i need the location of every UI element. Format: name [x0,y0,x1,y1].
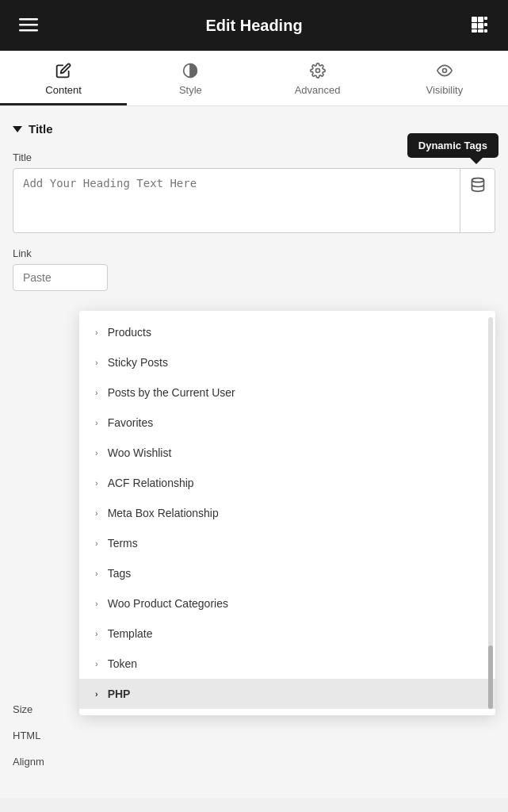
grid-button[interactable] [467,12,492,40]
dropdown-item-label: Products [108,326,151,339]
tab-visibility-label: Visibility [426,84,464,96]
svg-rect-11 [484,29,487,33]
svg-rect-3 [472,17,477,22]
dropdown-item-label: Template [108,627,153,640]
dropdown-item-tags[interactable]: › Tags [79,558,495,588]
svg-rect-4 [478,17,483,22]
chevron-icon: › [95,358,98,367]
dropdown-item-label: Favorites [108,416,154,429]
dropdown-item-label: Woo Product Categories [108,597,228,610]
dropdown-item-label: Terms [108,537,138,550]
dropdown-item-posts-current-user[interactable]: › Posts by the Current User [79,377,495,408]
chevron-icon: › [95,448,98,458]
html-field-row: HTML [13,730,495,741]
tab-advanced-label: Advanced [295,84,341,96]
chevron-icon: › [95,478,98,488]
dropdown-item-label: Sticky Posts [108,356,168,369]
svg-rect-10 [478,29,483,33]
title-input-wrapper [13,168,495,233]
svg-rect-7 [478,23,483,29]
dropdown-item-label: Posts by the Current User [108,386,235,399]
scrollbar-track [488,317,493,709]
section-title-text: Title [29,122,53,136]
alignment-label: Alignm [13,756,495,768]
chevron-icon: › [95,388,98,397]
tab-visibility[interactable]: Visibility [381,51,508,105]
scrollbar-thumb[interactable] [488,645,493,709]
dropdown-item-favorites[interactable]: › Favorites [79,408,495,438]
dropdown-item-label: Token [108,657,137,670]
svg-point-14 [442,69,446,73]
link-input[interactable] [13,264,108,291]
svg-rect-2 [19,29,38,32]
dropdown-item-terms[interactable]: › Terms [79,528,495,558]
collapse-icon [13,126,22,132]
dropdown-item-products[interactable]: › Products [79,317,495,347]
svg-rect-8 [484,23,487,26]
main-content: Title Title Dynamic Tags Link [0,106,508,798]
tab-bar: Content Style Advanced Visibility [0,51,508,106]
chevron-icon: › [95,599,98,608]
svg-rect-5 [484,17,487,20]
dropdown-item-woo-wishlist[interactable]: › Woo Wishlist [79,438,495,468]
svg-rect-9 [472,29,477,33]
link-label: Link [13,247,495,259]
dropdown-item-sticky-posts[interactable]: › Sticky Posts [79,347,495,377]
svg-rect-0 [19,18,38,21]
tab-advanced[interactable]: Advanced [254,51,381,105]
dropdown-item-label: Tags [108,567,132,580]
title-input[interactable] [13,169,460,232]
dropdown-item-label: ACF Relationship [108,477,194,489]
svg-rect-6 [472,23,477,29]
page-title: Edit Heading [205,17,302,35]
chevron-icon: › [95,629,98,638]
dropdown-item-label: PHP [108,688,131,700]
chevron-icon: › [95,508,98,518]
link-field-row: Link [13,247,495,291]
dropdown-list: › Products › Sticky Posts › Posts by the… [79,311,495,715]
pencil-icon [55,62,72,79]
chevron-icon: › [95,418,98,427]
html-label: HTML [13,730,495,741]
dropdown-item-label: Meta Box Relationship [108,507,219,519]
chevron-icon: › [95,689,98,699]
dropdown-item-acf-relationship[interactable]: › ACF Relationship [79,468,495,498]
style-icon [181,62,199,79]
tab-content[interactable]: Content [0,51,127,105]
svg-point-13 [315,69,319,73]
dynamic-tags-tooltip: Dynamic Tags [407,133,498,158]
chevron-icon: › [95,659,98,668]
tab-content-label: Content [45,84,82,96]
chevron-icon: › [95,327,98,337]
dropdown-item-php[interactable]: › PHP [79,679,495,709]
dropdown-item-template[interactable]: › Template [79,619,495,649]
title-field-row: Title Dynamic Tags [13,151,495,233]
gear-icon [309,62,327,79]
menu-button[interactable] [16,12,41,40]
chevron-icon: › [95,569,98,578]
alignment-field-row: Alignm [13,756,495,768]
tab-style[interactable]: Style [127,51,254,105]
eye-icon [436,62,453,79]
dynamic-tags-button[interactable] [460,169,495,232]
dropdown-item-token[interactable]: › Token [79,649,495,679]
chevron-icon: › [95,538,98,548]
dropdown-item-meta-box-relationship[interactable]: › Meta Box Relationship [79,498,495,528]
dropdown-item-woo-product-categories[interactable]: › Woo Product Categories [79,588,495,619]
app-header: Edit Heading [0,0,508,51]
svg-rect-1 [19,24,38,26]
svg-point-15 [472,178,483,182]
dropdown-overlay: › Products › Sticky Posts › Posts by the… [79,311,495,715]
dropdown-item-label: Woo Wishlist [108,446,172,459]
tab-style-label: Style [179,84,202,96]
